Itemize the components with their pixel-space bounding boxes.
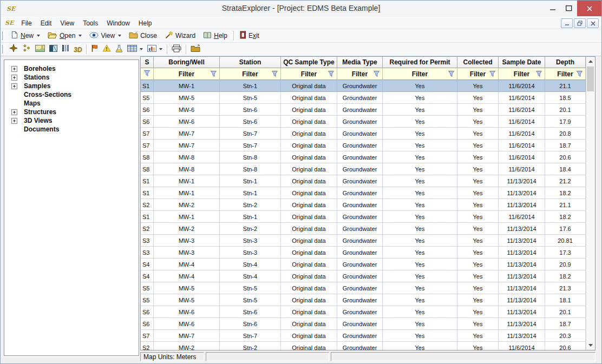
menu-item-file[interactable]: File: [17, 18, 36, 29]
scroll-up-icon[interactable]: [586, 57, 595, 66]
open-button[interactable]: Open: [44, 30, 86, 42]
samples-button[interactable]: [20, 43, 33, 56]
chart-button[interactable]: [145, 43, 165, 55]
table-row[interactable]: S4MW-4Stn-4Original dataGroundwaterYesYe…: [141, 270, 586, 282]
project-folder-button[interactable]: [188, 43, 202, 55]
menu-item-view[interactable]: View: [56, 18, 78, 29]
table-row[interactable]: S1MW-1Stn-1Original dataGroundwaterYesYe…: [141, 211, 586, 223]
column-header-sample-date[interactable]: Sample Date: [499, 57, 545, 68]
mdi-close-icon[interactable]: [587, 18, 599, 28]
menu-item-window[interactable]: Window: [102, 18, 134, 29]
column-header-depth[interactable]: Depth: [545, 57, 586, 68]
toolbar-grip[interactable]: [2, 45, 5, 54]
flag-button[interactable]: [89, 43, 100, 56]
lab-sample-button[interactable]: [113, 43, 125, 56]
column-header-collected[interactable]: Collected: [457, 57, 499, 68]
table-row[interactable]: S3MW-3Stn-3Original dataGroundwaterYesYe…: [141, 235, 586, 247]
maximize-icon[interactable]: [561, 1, 577, 16]
filter-cell[interactable]: Filter: [457, 68, 499, 80]
table-row[interactable]: S6MW-6Stn-6Original dataGroundwaterYesYe…: [141, 318, 586, 330]
column-header-boring-well[interactable]: Boring/Well: [154, 57, 220, 68]
scroll-down-icon[interactable]: [586, 341, 595, 350]
sidebar-item-documents[interactable]: Documents: [4, 125, 139, 134]
dropdown-arrow-icon[interactable]: [118, 35, 121, 37]
3d-view-button[interactable]: 3D: [71, 43, 84, 55]
expand-plus-icon[interactable]: [11, 66, 17, 72]
filter-cell[interactable]: Filter: [383, 68, 457, 80]
table-row[interactable]: S5MW-5Stn-5Original dataGroundwaterYesYe…: [141, 282, 586, 294]
filter-cell[interactable]: Filter: [499, 68, 545, 80]
wizard-button[interactable]: Wizard: [161, 29, 199, 43]
exit-button[interactable]: Exit: [236, 29, 263, 42]
expand-plus-icon[interactable]: [11, 118, 17, 124]
minimize-icon[interactable]: [545, 1, 561, 16]
table-row[interactable]: S1MW-1Stn-1Original dataGroundwaterYesYe…: [141, 187, 586, 199]
filter-cell[interactable]: Filter: [281, 68, 337, 80]
table-row[interactable]: S4MW-4Stn-4Original dataGroundwaterYesYe…: [141, 259, 586, 270]
sidebar-item-3d-views[interactable]: 3D Views: [4, 116, 139, 125]
sidebar-item-cross-sections[interactable]: Cross-Sections: [4, 90, 139, 99]
cross-section-button[interactable]: [47, 43, 60, 55]
mdi-minimize-icon[interactable]: [561, 18, 573, 28]
filter-cell[interactable]: Filter: [220, 68, 281, 80]
column-header-media-type[interactable]: Media Type: [337, 57, 383, 68]
table-row[interactable]: S6MW-6Stn-6Original dataGroundwaterYesYe…: [141, 116, 586, 128]
cell: MW-1: [154, 80, 220, 92]
menu-item-help[interactable]: Help: [134, 18, 156, 29]
table-row[interactable]: S7MW-7Stn-7Original dataGroundwaterYesYe…: [141, 140, 586, 151]
table-row[interactable]: S7MW-7Stn-7Original dataGroundwaterYesYe…: [141, 330, 586, 342]
filter-cell[interactable]: Filter: [545, 68, 586, 80]
table-row[interactable]: S6MW-6Stn-6Original dataGroundwaterYesYe…: [141, 104, 586, 116]
column-header-required-for-permit[interactable]: Required for Permit: [383, 57, 457, 68]
mdi-app-icon[interactable]: SE: [5, 19, 14, 27]
dropdown-arrow-icon[interactable]: [159, 48, 162, 50]
new-button[interactable]: New: [7, 29, 44, 42]
table-row[interactable]: S7MW-7Stn-7Original dataGroundwaterYesYe…: [141, 128, 586, 140]
table-row[interactable]: S2MW-2Stn-2Original dataGroundwaterYesYe…: [141, 342, 586, 350]
close-icon[interactable]: [577, 1, 601, 16]
expand-plus-icon[interactable]: [11, 109, 17, 115]
menu-item-tools[interactable]: Tools: [78, 18, 102, 29]
dropdown-arrow-icon[interactable]: [78, 35, 82, 37]
column-header-qc-sample-type[interactable]: QC Sample Type: [281, 57, 337, 68]
expand-plus-icon[interactable]: [11, 75, 17, 81]
warning-button[interactable]: [100, 43, 113, 55]
table-row[interactable]: S6MW-6Stn-6Original dataGroundwaterYesYe…: [141, 306, 586, 318]
scrollbar-thumb[interactable]: [587, 67, 594, 91]
data-table-button[interactable]: [125, 43, 145, 55]
table-row[interactable]: S1MW-1Stn-1Original dataGroundwaterYesYe…: [141, 175, 586, 187]
table-row[interactable]: S3MW-3Stn-3Original dataGroundwaterYesYe…: [141, 247, 586, 259]
map-button[interactable]: [33, 43, 47, 55]
toolbar-grip[interactable]: [2, 31, 5, 40]
filter-cell[interactable]: [141, 68, 154, 80]
menu-item-edit[interactable]: Edit: [36, 18, 56, 29]
sidebar-item-stations[interactable]: Stations: [4, 73, 139, 82]
filter-cell[interactable]: Filter: [154, 68, 220, 80]
table-row[interactable]: S8MW-8Stn-8Original dataGroundwaterYesYe…: [141, 163, 586, 175]
fence-diagram-button[interactable]: [60, 43, 71, 55]
sidebar-item-maps[interactable]: Maps: [4, 99, 139, 108]
mdi-restore-icon[interactable]: [574, 18, 586, 28]
table-row[interactable]: S2MW-2Stn-2Original dataGroundwaterYesYe…: [141, 223, 586, 235]
expand-plus-icon[interactable]: [11, 83, 17, 89]
filter-cell[interactable]: Filter: [337, 68, 383, 80]
close-button[interactable]: Close: [125, 30, 161, 42]
dropdown-arrow-icon[interactable]: [37, 35, 40, 37]
column-header-s[interactable]: S: [141, 57, 154, 68]
vertical-scrollbar[interactable]: [586, 57, 595, 350]
sidebar-item-boreholes[interactable]: Boreholes: [4, 64, 139, 73]
table-row[interactable]: S5MW-5Stn-5Original dataGroundwaterYesYe…: [141, 92, 586, 104]
column-header-station[interactable]: Station: [220, 57, 281, 68]
help-button[interactable]: Help: [199, 30, 231, 42]
table-row[interactable]: S8MW-8Stn-8Original dataGroundwaterYesYe…: [141, 151, 586, 163]
print-button[interactable]: [169, 43, 184, 56]
dropdown-arrow-icon[interactable]: [140, 48, 143, 50]
table-row[interactable]: S2MW-2Stn-2Original dataGroundwaterYesYe…: [141, 199, 586, 211]
filter-funnel-icon[interactable]: [143, 70, 150, 78]
table-row[interactable]: S1MW-1Stn-1Original dataGroundwaterYesYe…: [141, 80, 586, 92]
sidebar-item-structures[interactable]: Structures: [4, 108, 139, 116]
sidebar-item-samples[interactable]: Samples: [4, 82, 139, 90]
drillhole-button[interactable]: [7, 43, 20, 56]
view-button[interactable]: View: [86, 30, 125, 42]
table-row[interactable]: S5MW-5Stn-5Original dataGroundwaterYesYe…: [141, 294, 586, 306]
